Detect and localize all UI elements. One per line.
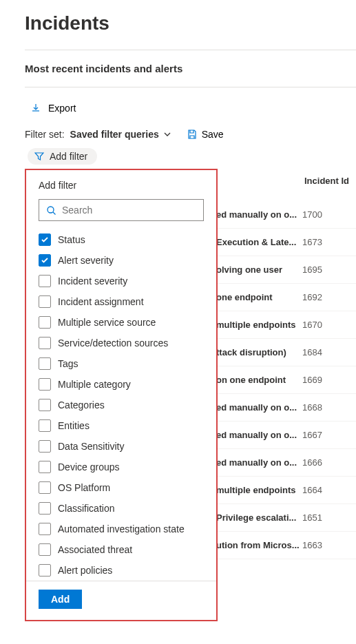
filter-option-label: Incident assignment [58, 296, 144, 307]
checkbox-icon [39, 254, 51, 267]
export-button[interactable]: Export [25, 100, 81, 116]
filter-option[interactable]: Status [39, 229, 204, 250]
download-icon [30, 103, 41, 114]
checkbox-icon [39, 233, 51, 246]
incident-name-cell: ttack disruption) [216, 347, 302, 357]
filter-option[interactable]: Multiple category [39, 374, 204, 395]
checkbox-icon [39, 295, 51, 308]
checkbox-icon [39, 440, 51, 453]
table-row[interactable]: multiple endpoints1664 [216, 477, 356, 504]
checkbox-icon [39, 316, 51, 329]
filter-search-input[interactable] [62, 205, 203, 216]
incident-name-cell: ed manually on o... [216, 209, 302, 220]
add-button[interactable]: Add [39, 590, 82, 609]
checkbox-icon [39, 399, 51, 411]
popover-title: Add filter [26, 180, 216, 191]
checkbox-icon [39, 357, 51, 370]
filter-option-label: Tags [58, 358, 78, 369]
filter-option[interactable]: Incident assignment [39, 291, 204, 312]
filter-option-label: Data Sensitivity [58, 441, 124, 452]
filter-option[interactable]: Categories [39, 395, 204, 415]
checkbox-icon [39, 502, 51, 515]
checkbox-icon [39, 419, 51, 432]
filter-option[interactable]: Associated threat [39, 539, 204, 560]
incident-name-cell: multiple endpoints [216, 485, 302, 495]
filter-search-box[interactable] [39, 199, 204, 221]
incident-id-cell: 1673 [302, 237, 322, 247]
filter-option-label: Multiple category [58, 379, 131, 390]
save-button[interactable]: Save [187, 129, 224, 140]
table-row[interactable]: Execution & Late...1673 [216, 229, 356, 256]
filter-option[interactable]: Alert policies [39, 560, 204, 581]
filter-option[interactable]: Data Sensitivity [39, 436, 204, 457]
filter-set-row: Filter set: Saved filter queries Save [25, 129, 356, 140]
table-row[interactable]: on one endpoint1669 [216, 366, 356, 394]
incident-name-cell: olving one user [216, 264, 302, 275]
filter-option[interactable]: Entities [39, 415, 204, 436]
table-row[interactable]: ution from Micros...1663 [216, 532, 356, 559]
filter-option-label: Service/detection sources [58, 337, 168, 349]
add-filter-chip-label: Add filter [50, 151, 87, 162]
incident-name-cell: ed manually on o... [216, 457, 302, 468]
filterset-selected: Saved filter queries [70, 129, 159, 140]
table-row[interactable]: ed manually on o...1700 [216, 201, 356, 229]
table-row[interactable]: Privilege escalati...1651 [216, 504, 356, 532]
filterset-dropdown[interactable]: Saved filter queries [70, 129, 171, 140]
incident-name-cell: on one endpoint [216, 375, 302, 385]
incident-id-cell: 1670 [302, 320, 322, 330]
incident-id-cell: 1664 [302, 485, 322, 495]
incident-id-cell: 1666 [302, 457, 322, 468]
filter-option[interactable]: Alert severity [39, 250, 204, 271]
filterset-label: Filter set: [25, 129, 65, 140]
filter-option[interactable]: Device groups [39, 457, 204, 477]
incident-id-cell: 1684 [302, 347, 322, 357]
filter-option-label: Incident severity [58, 276, 127, 287]
table-row[interactable]: ed manually on o...1666 [216, 449, 356, 477]
incident-id-cell: 1651 [302, 512, 322, 523]
add-filter-chip[interactable]: Add filter [28, 148, 97, 165]
filter-option[interactable]: Automated investigation state [39, 519, 204, 539]
filter-option-label: Associated threat [58, 544, 132, 555]
incident-id-cell: 1668 [302, 402, 322, 413]
filter-option-label: Device groups [58, 461, 120, 472]
add-filter-popover: Add filter StatusAlert severityIncident … [25, 169, 218, 621]
filter-option-label: Status [58, 234, 85, 245]
filter-options-list: StatusAlert severityIncident severityInc… [26, 227, 216, 581]
incident-id-cell: 1700 [302, 209, 322, 220]
incident-id-cell: 1692 [302, 292, 322, 302]
divider [25, 50, 356, 50]
checkbox-icon [39, 481, 51, 494]
filter-option-label: Alert policies [58, 565, 112, 576]
filter-option[interactable]: Incident severity [39, 271, 204, 291]
filter-option-label: OS Platform [58, 482, 110, 493]
incident-id-cell: 1667 [302, 430, 322, 440]
table-row[interactable]: olving one user1695 [216, 256, 356, 284]
incident-name-cell: ution from Micros... [216, 540, 302, 550]
filter-option[interactable]: Tags [39, 353, 204, 374]
incident-name-cell: ed manually on o... [216, 402, 302, 413]
table-row[interactable]: ed manually on o...1667 [216, 422, 356, 449]
table-row[interactable]: ttack disruption)1684 [216, 339, 356, 366]
incident-name-cell: ed manually on o... [216, 430, 302, 440]
incident-name-cell: multiple endpoints [216, 320, 302, 330]
filter-option-label: Multiple service source [58, 317, 156, 328]
filter-option-label: Automated investigation state [58, 523, 185, 534]
filter-option[interactable]: Service/detection sources [39, 333, 204, 353]
checkbox-icon [39, 523, 51, 535]
filter-option-label: Categories [58, 399, 105, 411]
filter-option[interactable]: Multiple service source [39, 312, 204, 333]
col-header-incident-id: Incident Id [304, 176, 356, 186]
incident-id-cell: 1695 [302, 264, 322, 275]
divider [25, 87, 356, 87]
page-title: Incidents [25, 12, 356, 34]
table-row[interactable]: multiple endpoints1670 [216, 311, 356, 339]
save-icon [187, 129, 198, 140]
incidents-table-fragment: Incident Id ed manually on o...1700Execu… [216, 176, 356, 559]
table-row[interactable]: ed manually on o...1668 [216, 394, 356, 422]
filter-option[interactable]: Classification [39, 498, 204, 519]
table-row[interactable]: one endpoint1692 [216, 284, 356, 311]
filter-option[interactable]: OS Platform [39, 477, 204, 498]
svg-point-0 [48, 207, 54, 213]
filter-option-label: Alert severity [58, 255, 114, 266]
filter-option-label: Classification [58, 503, 114, 514]
